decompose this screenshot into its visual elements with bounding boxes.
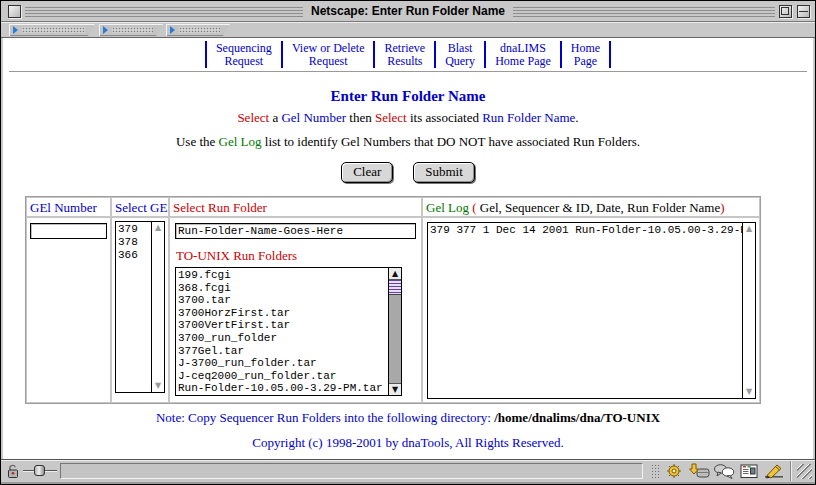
gel-log-cell: 379 377 1 Dec 14 2001 Run-Folder-10.05.0… (422, 217, 760, 403)
nav-link-home-page[interactable]: Home Page (562, 42, 609, 68)
instruction-line-2: Use the Gel Log list to identify Gel Num… (3, 134, 813, 150)
gel-log-scrollbar[interactable]: ▲ ▼ (742, 223, 755, 398)
progress-indicator (23, 464, 57, 478)
gel-log-items: 379 377 1 Dec 14 2001 Run-Folder-10.05.0… (428, 223, 742, 398)
toolbar-strip (1, 22, 815, 38)
nav-link-line: dnaLIMS (500, 41, 546, 55)
address-book-icon[interactable] (738, 463, 760, 480)
scroll-up-icon[interactable]: ▲ (389, 268, 401, 280)
gel-log-listbox[interactable]: 379 377 1 Dec 14 2001 Run-Folder-10.05.0… (427, 222, 756, 399)
nav-link-line: View or Delete (292, 41, 365, 55)
composer-icon[interactable] (763, 463, 785, 480)
list-item[interactable]: 3700_run_folder (178, 332, 277, 344)
newsgroups-icon[interactable] (713, 463, 735, 480)
form-buttons: Clear Submit (3, 162, 813, 183)
resize-grip[interactable] (797, 464, 812, 479)
copyright-line: Copyright (c) 1998-2001 by dnaTools, All… (3, 435, 813, 451)
instr-text: Gel Number (281, 110, 346, 125)
list-item[interactable]: J-ceq2000_run_folder.tar (178, 370, 336, 382)
nav-link-line: Sequencing (216, 41, 272, 55)
title-bar[interactable]: Netscape: Enter Run Folder Name (1, 1, 815, 22)
component-bar-handle[interactable] (651, 464, 660, 479)
collapse-box[interactable] (797, 5, 810, 18)
nav-link-blast-query[interactable]: Blast Query (436, 42, 484, 68)
scrollbar-thumb[interactable] (389, 280, 401, 295)
select-gel-listbox[interactable]: 379378366 ▲ ▼ (115, 221, 165, 393)
scroll-down-icon[interactable]: ▼ (389, 383, 401, 395)
list-item[interactable]: 366 (118, 249, 138, 261)
instr-text: Use the (176, 134, 219, 149)
list-item[interactable]: 377Gel.tar (178, 345, 244, 357)
list-item[interactable]: 3700.tar (178, 294, 231, 306)
nav-link-line: Results (387, 54, 422, 68)
run-folder-table: GEl Number Select GEL Select Run Folder … (25, 196, 761, 404)
instr-text: Gel Log (219, 134, 262, 149)
header-text: Gel Log (426, 200, 469, 215)
gel-number-input[interactable] (30, 223, 107, 239)
zoom-box[interactable] (779, 5, 792, 18)
tab-texture (179, 27, 220, 33)
nav-link-line: Page (574, 54, 597, 68)
header-select-gel: Select GEL (111, 197, 169, 217)
navigator-icon[interactable] (663, 463, 685, 480)
list-item[interactable]: 3700VertFirst.tar (178, 319, 290, 331)
nav-link-line: Home Page (495, 54, 551, 68)
progress-barrel (34, 465, 45, 476)
gel-number-cell (26, 217, 111, 403)
nav-link-sequencing-request[interactable]: Sequencing Request (207, 42, 281, 68)
list-item[interactable]: 379 377 1 Dec 14 2001 Run-Folder-10.05.0… (430, 224, 742, 236)
navigation-toolbar-tab[interactable] (9, 24, 95, 36)
instr-text: Select (375, 110, 407, 125)
scroll-down-icon[interactable]: ▼ (743, 386, 755, 398)
list-item[interactable]: Run-Folder-10.05.00-3.29-PM.tar (178, 382, 383, 394)
select-gel-cell: 379378366 ▲ ▼ (111, 217, 169, 403)
list-item[interactable]: 368.fcgi (178, 282, 231, 294)
tab-expand-icon (103, 26, 108, 34)
statusbar-separator (790, 461, 792, 481)
page-title: Enter Run Folder Name (3, 88, 813, 105)
run-folder-listbox[interactable]: 199.fcgi368.fcgi3700.tar3700HorzFirst.ta… (175, 267, 402, 396)
close-box-patch (4, 1, 25, 21)
select-run-folder-cell: TO-UNIX Run Folders 199.fcgi368.fcgi3700… (169, 217, 422, 403)
header-gel-number: GEl Number (26, 197, 111, 217)
tab-expand-icon (13, 26, 18, 34)
run-folder-scrollbar[interactable]: ▲ ▼ (388, 268, 401, 395)
nav-link-retrieve-results[interactable]: Retrieve Results (375, 42, 434, 68)
page-content: Sequencing Request View or Delete Reques… (1, 38, 815, 459)
instr-text: then (346, 110, 375, 125)
mailbox-icon[interactable] (688, 463, 710, 480)
list-item[interactable]: 378 (118, 236, 138, 248)
nav-link-line: Blast (448, 41, 473, 55)
note-directory-path: /home/dnalims/dna/TO-UNIX (491, 410, 660, 425)
location-toolbar-tab[interactable] (99, 24, 163, 36)
nav-link-line: Request (309, 54, 348, 68)
list-item[interactable]: J-3700_run_folder.tar (178, 357, 317, 369)
select-gel-scrollbar[interactable]: ▲ ▼ (151, 222, 164, 392)
security-lock-icon[interactable] (6, 463, 20, 479)
clear-button[interactable]: Clear (341, 162, 393, 183)
scroll-up-icon[interactable]: ▲ (152, 222, 164, 234)
nav-link-dnalims-home-page[interactable]: dnaLIMS Home Page (486, 42, 560, 68)
personal-toolbar-tab[interactable] (166, 24, 230, 36)
close-box[interactable] (8, 5, 21, 18)
nav-menu: Sequencing Request View or Delete Reques… (3, 41, 813, 68)
tab-texture (112, 27, 153, 33)
horizontal-rule (9, 71, 807, 73)
note-line: Note: Copy Sequencer Run Folders into th… (3, 410, 813, 426)
run-folder-name-input[interactable] (175, 223, 416, 239)
list-item[interactable]: 3700HorzFirst.tar (178, 307, 290, 319)
instr-text: Run Folder Name (482, 110, 575, 125)
list-item[interactable]: 379 (118, 223, 138, 235)
scroll-up-icon[interactable]: ▲ (743, 223, 755, 235)
collapse-box-patch (793, 1, 814, 21)
window-title: Netscape: Enter Run Folder Name (303, 1, 513, 21)
instr-text: Select (237, 110, 269, 125)
instr-text: list to identify Gel Numbers that DO NOT… (262, 134, 641, 149)
nav-link-view-or-delete-request[interactable]: View or Delete Request (283, 42, 374, 68)
tab-texture (22, 27, 85, 33)
submit-button[interactable]: Submit (413, 162, 475, 183)
scroll-down-icon[interactable]: ▼ (152, 380, 164, 392)
list-item[interactable]: 199.fcgi (178, 269, 231, 281)
header-select-run-folder: Select Run Folder (169, 197, 422, 217)
scrollbar-track[interactable] (389, 295, 401, 383)
